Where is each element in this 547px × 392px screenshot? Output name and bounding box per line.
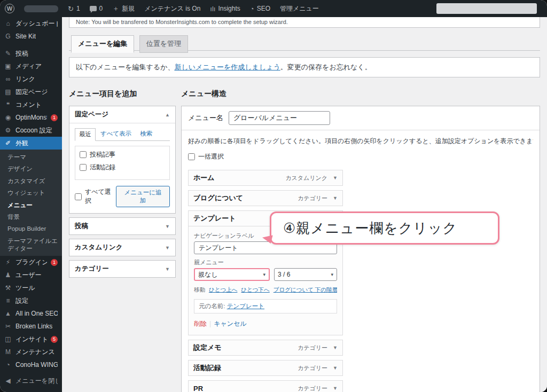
submenu-item-popup-builder[interactable]: Popup Builder: [0, 223, 62, 234]
original-name-box: 元の名前: テンプレート: [194, 299, 337, 313]
chart-icon: ◫: [4, 335, 12, 343]
sidebar-item-dashboard[interactable]: ⌂ ダッシュボード: [0, 17, 62, 30]
tab-manage-locations[interactable]: 位置を管理: [139, 35, 188, 53]
chevron-down-icon[interactable]: ▼: [333, 365, 338, 371]
categories-accordion-header[interactable]: カテゴリー ▼: [69, 261, 175, 277]
chevron-up-icon[interactable]: ▲: [165, 112, 170, 117]
page-item: 活動記録: [80, 163, 165, 172]
media-icon: ▣: [4, 62, 12, 70]
sidebar-item-settings[interactable]: ≡ 設定: [0, 294, 62, 307]
parent-menu-select[interactable]: 親なし ▾: [194, 268, 270, 281]
sidebar-item-posts[interactable]: ✎ 投稿: [0, 47, 62, 60]
tab-view-all[interactable]: すべて表示: [97, 128, 135, 140]
menu-item-pr[interactable]: PR カテゴリー ▼: [188, 380, 343, 392]
menu-item-activity-log[interactable]: 活動記録 カテゴリー ▼: [188, 360, 343, 376]
collapse-menu-button[interactable]: ◀ メニューを閉じる: [0, 374, 62, 387]
select-all-checkbox[interactable]: [75, 193, 82, 200]
original-name-link[interactable]: テンプレート: [227, 303, 264, 309]
menu-item-about-blog[interactable]: ブログについて カテゴリー ▼: [188, 190, 343, 206]
chevron-down-icon[interactable]: ▼: [165, 266, 170, 272]
sidebar-item-insights[interactable]: ◫ インサイト 5: [0, 333, 62, 346]
sidebar-item-users[interactable]: ♟ ユーザー: [0, 269, 62, 281]
create-new-menu-link[interactable]: 新しいメニューを作成しましょう: [174, 63, 280, 71]
sidebar-item-all-in-one-seo[interactable]: ▲ All in One SEO: [0, 307, 62, 320]
chevron-down-icon[interactable]: ▼: [333, 195, 338, 201]
plugin-icon: ⚡: [4, 258, 12, 266]
custom-links-accordion-header[interactable]: カスタムリンク ▼: [69, 239, 175, 256]
posts-accordion: 投稿 ▼: [69, 217, 176, 235]
posts-accordion-header[interactable]: 投稿 ▼: [69, 218, 175, 234]
plus-icon: ＋: [112, 4, 119, 13]
menu-item-settings-memo[interactable]: 設定メモ カテゴリー ▼: [188, 340, 343, 356]
page-checkbox[interactable]: [80, 164, 87, 171]
sidebar-item-tools[interactable]: ⚒ ツール: [0, 281, 62, 294]
new-content-menu[interactable]: ＋ 新規: [107, 0, 139, 17]
seo-label: SEO: [257, 5, 270, 12]
sidebar-item-plugins[interactable]: ⚡ プラグイン 1: [0, 256, 62, 269]
add-to-menu-button[interactable]: メニューに追加: [116, 186, 170, 207]
user-icon: ♟: [4, 271, 12, 279]
sidebar-item-cocoon-settings[interactable]: ⚙ Cocoon 設定: [0, 124, 62, 137]
wordpress-menu[interactable]: W: [0, 0, 19, 17]
sidebar-item-appearance[interactable]: ✐ 外観: [0, 137, 62, 150]
remove-item-link[interactable]: 削除: [194, 320, 207, 327]
seo-gauge-icon: ◔: [250, 5, 254, 13]
gear-icon: ⚙: [4, 127, 12, 134]
site-name-redacted: [24, 5, 58, 12]
seo-menu[interactable]: ◔ SEO: [245, 0, 275, 17]
comments-indicator[interactable]: 0: [85, 0, 108, 17]
sidebar-item-conoha-wing[interactable]: ◔ ConoHa WING: [0, 358, 62, 371]
submenu-item-themes[interactable]: テーマ: [0, 151, 62, 163]
pages-accordion-header[interactable]: 固定ページ ▲: [69, 106, 175, 123]
move-down-link[interactable]: ひとつ下へ: [241, 286, 269, 293]
submenu-item-background[interactable]: 背景: [0, 211, 62, 223]
admin-bar: W ↻ 1 0 ＋ 新規 メンテナンス is On ılı Insights ◔…: [0, 0, 547, 17]
sidebar-item-comments[interactable]: ❝ コメント: [0, 98, 62, 111]
submenu-item-theme-file-editor[interactable]: テーマファイルエディター: [0, 235, 62, 255]
insights-menu[interactable]: ılı Insights: [205, 0, 245, 17]
menu-name-input[interactable]: [229, 111, 330, 125]
submenu-item-menus[interactable]: メニュー: [0, 199, 62, 211]
site-name-menu[interactable]: [19, 0, 63, 17]
chevron-down-icon[interactable]: ▼: [165, 224, 170, 229]
sidebar-item-optinmonster[interactable]: ◉ OptinMonster 1: [0, 111, 62, 124]
maintenance-status[interactable]: メンテナンス is On: [139, 0, 205, 17]
wordpress-logo-icon: W: [5, 4, 14, 13]
chevron-down-icon[interactable]: ▼: [333, 175, 338, 181]
bulk-select-checkbox[interactable]: [188, 153, 195, 160]
page-checkbox[interactable]: [80, 151, 87, 158]
admin-menu-item[interactable]: 管理メニュー: [275, 0, 324, 17]
submenu-item-design[interactable]: デザイン: [0, 163, 62, 175]
sidebar-item-links[interactable]: ∞ リンク: [0, 73, 62, 85]
tab-search[interactable]: 検索: [136, 128, 156, 140]
updates-indicator[interactable]: ↻ 1: [63, 0, 85, 17]
sidebar-item-broken-links[interactable]: ✂ Broken Links: [0, 320, 62, 333]
move-up-link[interactable]: ひとつ上へ: [209, 286, 237, 293]
menu-item-home[interactable]: ホーム カスタムリンク ▼: [188, 170, 343, 186]
submenu-item-widgets[interactable]: ウィジェット: [0, 187, 62, 199]
pages-accordion: 固定ページ ▲ 最近 すべて表示 検索 投稿記事: [69, 106, 176, 214]
notification-badge: 1: [51, 259, 58, 266]
move-links-row: 移動 ひとつ上へ ひとつ下へ ブログについて 下の階層 先頭へ: [194, 286, 337, 294]
chevron-down-icon[interactable]: ▼: [333, 386, 338, 391]
chevron-down-icon[interactable]: ▼: [333, 345, 338, 350]
sidebar-item-maintenance[interactable]: M メンテナンス: [0, 346, 62, 358]
links-icon: ∞: [4, 75, 12, 83]
submenu-item-customize[interactable]: カスタマイズ: [0, 175, 62, 187]
annotation-callout: ④親メニュー欄をクリック: [270, 211, 499, 245]
settings-icon: ≡: [4, 297, 12, 304]
move-under-link[interactable]: ブログについて 下の階層: [274, 286, 337, 293]
cancel-link[interactable]: キャンセル: [214, 320, 246, 327]
sidebar-item-site-kit[interactable]: G Site Kit: [0, 30, 62, 43]
notification-badge: 5: [51, 336, 58, 343]
sidebar-item-media[interactable]: ▣ メディア: [0, 60, 62, 73]
account-menu[interactable]: [432, 0, 542, 17]
updates-count: 1: [76, 5, 80, 12]
tab-edit-menus[interactable]: メニューを編集: [71, 35, 134, 53]
chevron-down-icon[interactable]: ▼: [165, 245, 170, 250]
wordpress-admin-screen: W ↻ 1 0 ＋ 新規 メンテナンス is On ılı Insights ◔…: [0, 0, 547, 392]
menu-order-select[interactable]: 3 / 6 ▾: [274, 268, 337, 281]
comments-icon: [90, 6, 97, 11]
sidebar-item-pages[interactable]: ▤ 固定ページ: [0, 85, 62, 98]
tab-most-recent[interactable]: 最近: [75, 128, 96, 141]
